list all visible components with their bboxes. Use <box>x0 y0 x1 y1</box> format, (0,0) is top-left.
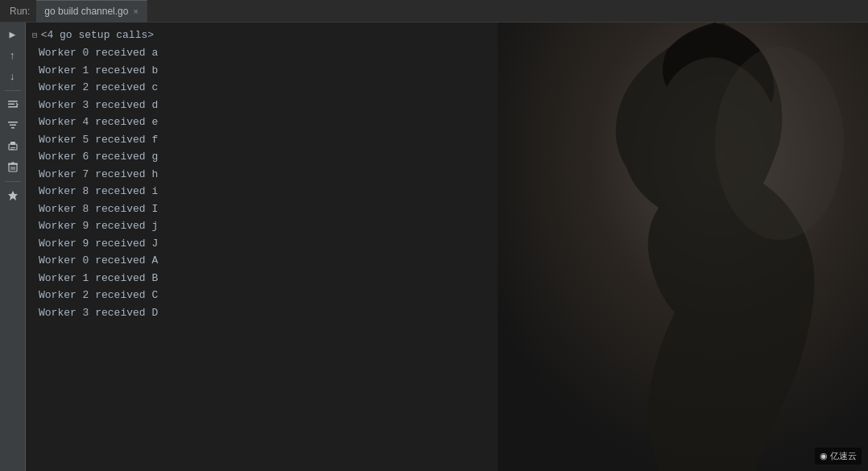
app-container: Run: go build channel.go × ▶ ↑ ↓ <box>0 0 868 471</box>
run-button[interactable]: ▶ <box>2 26 23 43</box>
console-line: Worker 3 received d <box>26 97 498 114</box>
watermark-text: ◉ 亿速云 <box>820 451 857 461</box>
console-line: Worker 8 received I <box>26 200 498 218</box>
console-line: Worker 1 received B <box>26 270 498 287</box>
svg-rect-4 <box>10 125 16 126</box>
svg-rect-9 <box>10 149 14 150</box>
left-toolbar: ▶ ↑ ↓ <box>0 23 26 471</box>
console-header-text: <4 go setup calls> <box>41 29 154 41</box>
console-line: Worker 2 received c <box>26 79 498 97</box>
rerun-up-button[interactable]: ↑ <box>2 47 23 64</box>
svg-point-17 <box>715 47 844 240</box>
console-line: Worker 8 received i <box>26 183 498 200</box>
console-header-icon: ⊟ <box>32 30 38 40</box>
toolbar-separator-2 <box>5 181 21 182</box>
svg-rect-7 <box>10 142 15 145</box>
svg-rect-6 <box>9 144 17 150</box>
svg-rect-2 <box>8 106 18 108</box>
console-line: Worker 1 received b <box>26 62 498 80</box>
console-header: ⊟ <4 go setup calls> <box>26 27 498 43</box>
toolbar-separator-1 <box>5 90 21 91</box>
wrap-button[interactable] <box>2 96 23 114</box>
main-area: ▶ ↑ ↓ <box>0 23 868 471</box>
svg-rect-0 <box>8 101 18 102</box>
background-image <box>498 23 868 471</box>
console-line: Worker 4 received e <box>26 114 498 131</box>
filter-button[interactable] <box>2 117 23 134</box>
rerun-down-button[interactable]: ↓ <box>2 68 23 85</box>
pin-button[interactable] <box>2 187 23 205</box>
svg-rect-8 <box>10 147 15 148</box>
print-button[interactable] <box>2 138 23 155</box>
console-content[interactable]: ⊟ <4 go setup calls> Worker 0 received a… <box>26 23 498 471</box>
console-line: Worker 5 received f <box>26 131 498 149</box>
console-line: Worker 0 received a <box>26 44 498 62</box>
console-line: Worker 2 received C <box>26 287 498 304</box>
tab-close-button[interactable]: × <box>133 6 138 16</box>
active-tab[interactable]: go build channel.go × <box>36 0 147 23</box>
console-line: Worker 0 received A <box>26 252 498 270</box>
watermark: ◉ 亿速云 <box>815 448 862 465</box>
svg-rect-5 <box>11 127 14 129</box>
console-line: Worker 9 received J <box>26 235 498 253</box>
console-line: Worker 7 received h <box>26 166 498 184</box>
svg-rect-1 <box>8 104 14 105</box>
console-area: ⊟ <4 go setup calls> Worker 0 received a… <box>26 23 868 471</box>
svg-rect-3 <box>8 122 18 123</box>
clear-button[interactable] <box>2 159 23 176</box>
console-line: Worker 6 received g <box>26 148 498 166</box>
console-lines-container: Worker 0 received aWorker 1 received bWo… <box>26 44 498 321</box>
tab-bar: Run: go build channel.go × <box>0 0 868 23</box>
run-label: Run: <box>3 6 36 17</box>
console-line: Worker 3 received D <box>26 304 498 322</box>
svg-rect-12 <box>11 163 14 164</box>
tab-name: go build channel.go <box>44 6 128 17</box>
console-line: Worker 9 received j <box>26 217 498 235</box>
